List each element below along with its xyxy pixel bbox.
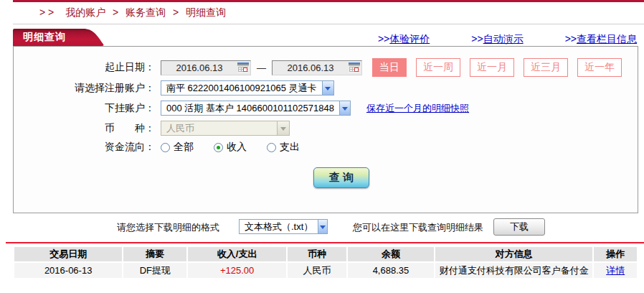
table-top-accent-line <box>6 242 644 243</box>
currency-label: 币 种： <box>14 122 155 135</box>
auto-demo-link[interactable]: >>自动演示 <box>471 33 523 46</box>
col-header-trade-date: 交易日期 <box>14 247 122 261</box>
registered-account-row: 请选择注册账户： 南平 6222001406100921065 灵通卡 <box>14 80 638 96</box>
currency-select-disabled: 人民币 <box>161 121 290 136</box>
quick-button-last-3-months[interactable]: 近三月 <box>524 58 568 77</box>
detail-query-page: > > 我的账户 > 账务查询 > 明细查询 明细查询 >>体验评价 >>自动演… <box>0 0 644 293</box>
fund-flow-label: 资金流向： <box>14 141 155 154</box>
experience-rating-link[interactable]: >>体验评价 <box>378 33 430 46</box>
col-header-income-expense: 收入/支出 <box>188 247 285 261</box>
radio-circle[interactable] <box>267 143 276 152</box>
cell-balance: 4,688.35 <box>348 263 434 278</box>
quick-button-today[interactable]: 当日 <box>372 58 407 77</box>
quick-button-last-week[interactable]: 近一周 <box>416 58 460 77</box>
table-header-row: 交易日期 摘要 收入/支出 币种 余额 对方信息 操作 <box>14 247 637 261</box>
section-tab: 明细查询 <box>13 29 108 46</box>
download-hint: 您可以在这里下载查询明细结果 <box>353 221 483 234</box>
page-title: 明细查询 <box>23 31 66 44</box>
breadcrumb-item-my-account[interactable]: 我的账户 <box>65 6 105 18</box>
radio-income[interactable]: 收入 <box>214 141 247 154</box>
radio-circle[interactable] <box>161 143 170 152</box>
radio-all-label: 全部 <box>174 141 194 154</box>
fund-flow-options: 全部 收入 支出 <box>161 141 300 154</box>
divider <box>13 24 644 24</box>
registered-account-value: 南平 6222001406100921065 灵通卡 <box>161 82 322 95</box>
quick-button-last-year[interactable]: 近一年 <box>577 58 622 77</box>
fund-flow-row: 资金流向： 全部 收入 支出 <box>14 141 638 154</box>
radio-expense[interactable]: 支出 <box>267 141 300 154</box>
transaction-table: 交易日期 摘要 收入/支出 币种 余额 对方信息 操作 2016-06-13 D… <box>13 246 638 279</box>
detail-link[interactable]: 详情 <box>606 265 625 276</box>
download-format-label: 请您选择下载明细的格式 <box>117 221 219 234</box>
col-header-currency: 币种 <box>288 247 346 261</box>
breadcrumb-separator: > <box>173 6 179 18</box>
chevron-down-icon[interactable] <box>318 220 327 233</box>
radio-expense-label: 支出 <box>280 141 300 154</box>
end-date-input[interactable]: 2016.06.13 <box>272 60 362 75</box>
cell-income-expense: +125.00 <box>188 263 285 278</box>
breadcrumb-prefix: > > <box>39 6 54 18</box>
registered-account-label: 请选择注册账户： <box>14 82 155 95</box>
download-button[interactable]: 下载 <box>493 218 545 236</box>
quick-button-last-month[interactable]: 近一月 <box>470 58 514 77</box>
calendar-icon[interactable] <box>237 62 249 73</box>
top-accent-line <box>13 0 644 2</box>
view-column-info-link[interactable]: >>查看栏目信息 <box>565 33 637 46</box>
cell-action: 详情 <box>594 263 637 278</box>
download-row: 请您选择下载明细的格式 文本格式（.txt） 您可以在这里下载查询明细结果 下载 <box>0 218 644 236</box>
col-header-summary: 摘要 <box>123 247 186 261</box>
chevron-down-icon <box>277 121 289 135</box>
cell-trade-date: 2016-06-13 <box>14 263 122 278</box>
col-header-counterparty: 对方信息 <box>435 247 592 261</box>
breadcrumb-separator: > <box>113 6 118 18</box>
breadcrumb: > > 我的账户 > 账务查询 > 明细查询 <box>39 6 226 19</box>
start-date-value: 2016.06.13 <box>161 62 237 73</box>
sub-account-value: 000 活期 基本户 1406600101102571848 <box>161 102 339 115</box>
breadcrumb-item-account-query[interactable]: 账务查询 <box>126 6 166 18</box>
date-range-label: 起止日期： <box>14 61 155 74</box>
cell-currency: 人民币 <box>288 263 346 278</box>
cell-summary: DF提现 <box>123 263 186 278</box>
header-links: >>体验评价 >>自动演示 >>查看栏目信息 <box>378 33 637 46</box>
date-separator: — <box>257 62 266 73</box>
breadcrumb-item-detail-query[interactable]: 明细查询 <box>186 6 226 18</box>
chevron-down-icon[interactable] <box>339 101 350 115</box>
end-date-value: 2016.06.13 <box>273 62 349 73</box>
sub-account-select[interactable]: 000 活期 基本户 1406600101102571848 <box>161 101 351 116</box>
calendar-icon[interactable] <box>349 62 360 73</box>
date-range-row: 起止日期： 2016.06.13 — 2016.06.13 当日 近一周 近一月… <box>14 58 638 77</box>
query-button[interactable]: 查 询 <box>313 167 369 188</box>
quick-range-buttons: 当日 近一周 近一月 近三月 近一年 <box>372 58 622 77</box>
query-form-panel: 起止日期： 2016.06.13 — 2016.06.13 当日 近一周 近一月… <box>13 46 638 213</box>
download-format-select[interactable]: 文本格式（.txt） <box>239 219 328 234</box>
currency-value: 人民币 <box>161 122 277 135</box>
col-header-balance: 余额 <box>348 247 434 261</box>
registered-account-select[interactable]: 南平 6222001406100921065 灵通卡 <box>161 80 334 96</box>
radio-income-label: 收入 <box>227 141 247 154</box>
currency-row: 币 种： 人民币 <box>14 121 638 136</box>
start-date-input[interactable]: 2016.06.13 <box>161 60 251 75</box>
cell-counterparty: 财付通支付科技有限公司客户备付金 <box>435 263 592 278</box>
download-format-value: 文本格式（.txt） <box>240 220 318 233</box>
sub-account-label: 下挂账户： <box>14 102 155 115</box>
radio-all[interactable]: 全部 <box>161 141 194 154</box>
chevron-down-icon[interactable] <box>322 81 333 95</box>
col-header-action: 操作 <box>594 247 637 261</box>
sub-account-row: 下挂账户： 000 活期 基本户 1406600101102571848 保存近… <box>14 101 638 116</box>
table-row: 2016-06-13 DF提现 +125.00 人民币 4,688.35 财付通… <box>14 263 637 278</box>
save-snapshot-link[interactable]: 保存近一个月的明细快照 <box>366 102 469 115</box>
radio-circle[interactable] <box>214 143 223 152</box>
